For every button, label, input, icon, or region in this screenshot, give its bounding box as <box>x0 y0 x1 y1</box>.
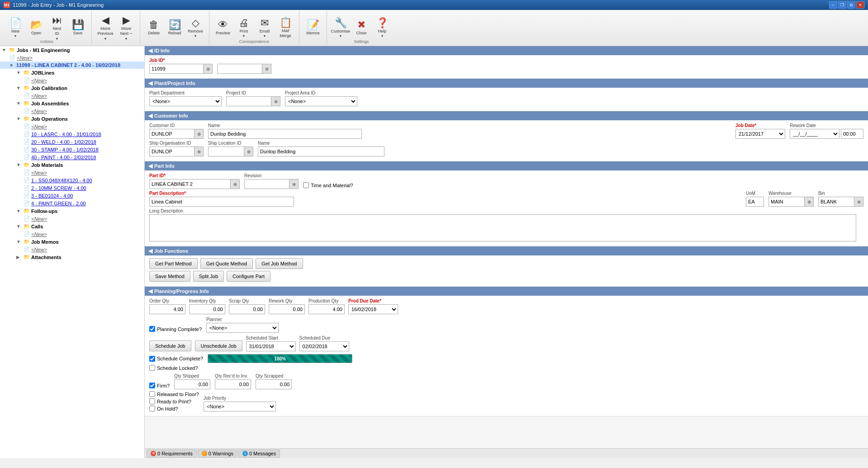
plant-dept-select[interactable]: <None> <box>149 96 222 106</box>
customer-id-input[interactable] <box>149 129 194 139</box>
schedule-locked-checkbox-label[interactable]: Schedule Locked? <box>149 365 198 371</box>
warehouse-input[interactable] <box>768 197 805 207</box>
rework-qty-input[interactable] <box>269 304 305 314</box>
sidebar-item-job-materials[interactable]: ▼ 📁 Job Materials <box>0 161 144 169</box>
long-desc-textarea[interactable] <box>149 214 856 241</box>
firm-checkbox[interactable] <box>149 383 155 388</box>
sidebar-item-mat-2[interactable]: 📄 2 - 10MM SCREW - 4.00 <box>0 184 144 192</box>
print-button[interactable]: 🖨 Print ▼ <box>234 14 254 42</box>
customer-name-input[interactable] <box>208 129 362 139</box>
customise-button[interactable]: 🔧 Customise ▼ <box>331 14 351 42</box>
sidebar-item-new-job[interactable]: 📄 <New> <box>0 54 144 61</box>
sidebar-item-op-30[interactable]: 📄 30 - STAMP - 4.00 - 1/02/2018 <box>0 146 144 153</box>
help-button[interactable]: ❓ Help ▼ <box>372 14 392 42</box>
on-hold-checkbox[interactable] <box>149 406 155 411</box>
scrap-qty-input[interactable] <box>229 304 265 314</box>
qty-scrapped-input[interactable] <box>256 379 292 389</box>
sidebar-item-new-assembly[interactable]: 📄 <New> <box>0 107 144 115</box>
sidebar-item-job-memos[interactable]: ▼ 📁 Job Memos <box>0 238 144 246</box>
requirements-status-button[interactable]: ✕ 0 Requirements <box>147 449 197 458</box>
reload-button[interactable]: 🔄 Reload <box>165 14 185 42</box>
close-button[interactable]: ✖ Close <box>351 14 371 42</box>
email-button[interactable]: ✉ Email ▼ <box>255 14 275 42</box>
inventory-qty-input[interactable] <box>189 304 225 314</box>
sidebar-item-attachments[interactable]: ▶ 📁 Attachments <box>0 253 144 261</box>
job-id-lookup-button[interactable]: ⊕ <box>204 64 213 74</box>
time-material-checkbox-label[interactable]: Time and Material? <box>303 182 353 188</box>
sidebar-item-op-20[interactable]: 📄 20 - WELD - 4.00 - 1/02/2018 <box>0 138 144 146</box>
prod-due-date-select[interactable]: 16/02/2018 <box>348 304 398 314</box>
maximize-button[interactable]: ⧉ <box>847 1 855 9</box>
sidebar-item-job-assemblies[interactable]: ▼ 📁 Job Assemblies <box>0 99 144 107</box>
scheduled-start-select[interactable]: 31/01/2018 <box>246 341 296 351</box>
unschedule-job-button[interactable]: Unschedule Job <box>195 340 242 351</box>
revision-input[interactable] <box>244 179 289 189</box>
on-hold-checkbox-label[interactable]: On Hold? <box>149 406 199 411</box>
minimize-button[interactable]: ─ <box>829 1 837 9</box>
warehouse-lookup-button[interactable]: ⊕ <box>805 197 814 207</box>
scheduled-due-select[interactable]: 02/02/2018 <box>299 341 349 351</box>
sidebar-item-job-11099[interactable]: ▼ 11099 - LINEA CABINET 2 - 4.00 - 16/02… <box>0 61 144 69</box>
sidebar-item-jobs-root[interactable]: ▼ 📁 Jobs - M1 Engineering <box>0 46 144 54</box>
restore-button[interactable]: ❐ <box>838 1 846 9</box>
sidebar-item-follow-ups[interactable]: ▼ 📁 Follow-ups <box>0 207 144 215</box>
bin-lookup-button[interactable]: ⊕ <box>854 197 863 207</box>
ready-print-checkbox-label[interactable]: Ready to Print? <box>149 398 199 404</box>
production-qty-input[interactable] <box>308 304 345 314</box>
project-id-lookup-button[interactable]: ⊕ <box>271 96 280 106</box>
ship-loc-id-lookup-button[interactable]: ⊕ <box>244 147 253 156</box>
part-desc-input[interactable] <box>149 197 294 207</box>
collapse-planning-icon[interactable]: ◀ <box>148 288 152 294</box>
sidebar-item-mat-3[interactable]: 📄 3 - BE01024 - 4.00 <box>0 192 144 199</box>
job-priority-select[interactable]: <None> <box>204 402 276 411</box>
memos-button[interactable]: 📝 Memos <box>303 14 323 42</box>
order-qty-input[interactable] <box>149 304 185 314</box>
rework-time-input[interactable] <box>841 129 863 139</box>
sidebar-item-new-followup[interactable]: 📄 <New> <box>0 215 144 222</box>
collapse-plant-icon[interactable]: ◀ <box>148 80 152 86</box>
customer-id-lookup-button[interactable]: ⊕ <box>194 129 204 139</box>
preview-button[interactable]: 👁 Preview <box>213 14 233 42</box>
sidebar-item-new-jobline[interactable]: 📄 <New> <box>0 76 144 84</box>
get-quote-method-button[interactable]: Get Quote Method <box>200 258 253 269</box>
sidebar-item-new-memo[interactable]: 📄 <New> <box>0 246 144 253</box>
job-id-extra-input[interactable] <box>217 64 262 74</box>
delete-button[interactable]: 🗑 Delete <box>144 14 164 42</box>
collapse-job-functions-icon[interactable]: ◀ <box>148 248 152 254</box>
time-material-checkbox[interactable] <box>303 182 309 188</box>
ship-org-id-lookup-button[interactable]: ⊕ <box>194 147 204 156</box>
new-button[interactable]: 📄 New ▼ <box>5 14 25 42</box>
part-id-input[interactable] <box>149 179 231 189</box>
open-button[interactable]: 📂 Open <box>26 14 46 42</box>
firm-checkbox-label[interactable]: Firm? <box>149 383 170 388</box>
warnings-status-button[interactable]: ! 0 Warnings <box>198 449 237 458</box>
messages-status-button[interactable]: i 0 Messages <box>238 449 280 458</box>
sidebar-item-new-calib[interactable]: 📄 <New> <box>0 92 144 99</box>
project-id-input[interactable] <box>226 96 271 106</box>
planning-complete-checkbox[interactable] <box>149 326 155 332</box>
released-floor-checkbox[interactable] <box>149 391 155 397</box>
save-button[interactable]: 💾 Save <box>68 14 88 42</box>
job-id-extra-lookup-button[interactable]: ⊕ <box>262 64 271 74</box>
collapse-id-info-icon[interactable]: ◀ <box>148 47 152 54</box>
move-next-button[interactable]: ▶ MoveNext ~ ▼ <box>116 14 136 42</box>
sidebar-item-new-operation[interactable]: 📄 <New> <box>0 123 144 130</box>
part-id-lookup-button[interactable]: ⊕ <box>231 179 240 189</box>
bin-input[interactable] <box>818 197 854 207</box>
save-method-button[interactable]: Save Method <box>149 271 190 282</box>
planning-complete-checkbox-label[interactable]: Planning Complete? <box>149 326 202 332</box>
qty-shipped-input[interactable] <box>174 379 210 389</box>
schedule-complete-checkbox-label[interactable]: Schedule Complete? <box>149 356 203 362</box>
sidebar-item-new-material[interactable]: 📄 <New> <box>0 169 144 176</box>
mail-merge-button[interactable]: 📋 MailMerge <box>275 14 295 42</box>
rework-date-select[interactable]: __/__/____ <box>790 129 840 139</box>
get-job-method-button[interactable]: Get Job Method <box>256 258 303 269</box>
job-id-input[interactable] <box>149 64 204 74</box>
ship-loc-id-input[interactable] <box>208 147 244 156</box>
job-date-select[interactable]: 21/12/2017 <box>735 129 785 139</box>
ship-org-id-input[interactable] <box>149 147 194 156</box>
close-window-button[interactable]: ✕ <box>856 1 864 9</box>
sidebar-item-calls[interactable]: ▼ 📁 Calls <box>0 222 144 230</box>
planner-select[interactable]: <None> <box>206 323 279 333</box>
sidebar-item-joblines[interactable]: ▼ 📁 JOBLines <box>0 69 144 76</box>
